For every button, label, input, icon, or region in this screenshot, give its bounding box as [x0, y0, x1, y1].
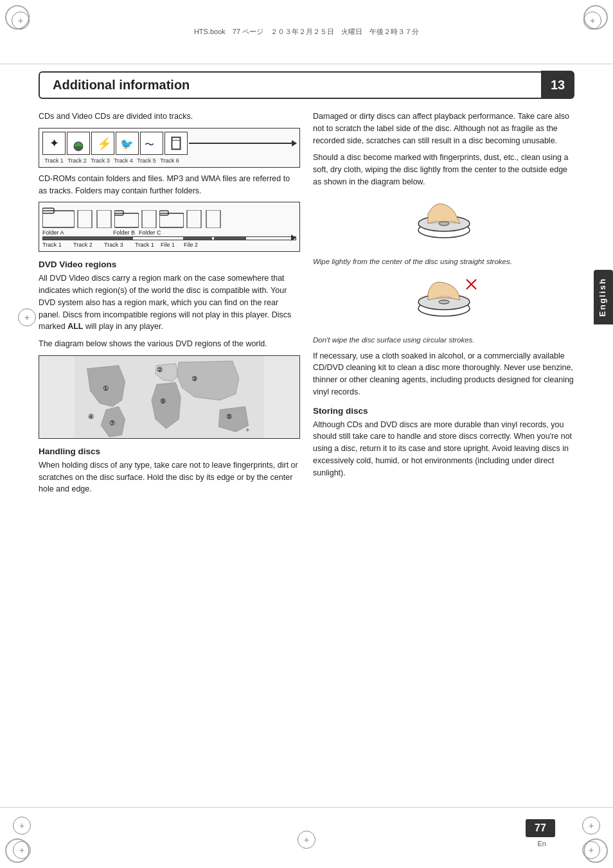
folders-diagram: Folder A Folder B Folder C Track 1 — [39, 202, 300, 252]
folder-c-label: Folder C — [139, 229, 164, 236]
dvd-regions-body: All DVD Video discs carry a region mark … — [39, 272, 300, 333]
cdrom-text: CD-ROMs contain folders and files. MP3 a… — [39, 173, 300, 197]
world-map: ① ② ③ ④ ⑤ ⑦ ⑤ ✈ — [39, 355, 300, 439]
svg-rect-16 — [206, 210, 220, 228]
track-icon-1: ✦ — [42, 132, 66, 155]
header-section: Additional information 13 — [39, 71, 574, 99]
page: HTS.book 77 ページ ２０３年２月２５日 火曜日 午後２時３７分 Ad… — [0, 0, 613, 868]
svg-rect-12 — [142, 210, 156, 228]
svg-point-33 — [439, 300, 449, 304]
ftl-3: Track 3 — [104, 242, 135, 248]
track-icon-6 — [164, 132, 188, 155]
svg-rect-15 — [187, 210, 201, 228]
seg-5 — [214, 237, 246, 240]
track-label-2: Track 2 — [66, 157, 89, 164]
svg-rect-9 — [97, 210, 111, 228]
track-label-3: Track 3 — [89, 157, 112, 164]
folder-b-label: Folder B — [113, 229, 139, 236]
left-reg-mark — [18, 308, 36, 326]
storing-discs-heading: Storing discs — [313, 406, 574, 416]
ftl-1: Track 1 — [42, 242, 73, 248]
bottom-center-reg — [298, 831, 315, 849]
caption1: Wipe lightly from the center of the disc… — [313, 256, 574, 267]
track-icon-4: 🐦 — [116, 132, 139, 155]
cleaning-text: If necessary, use a cloth soaked in alco… — [313, 350, 574, 398]
svg-text:⚡: ⚡ — [97, 136, 112, 150]
left-column: CDs and Video CDs are divided into track… — [39, 111, 300, 500]
track-labels: Track 1 Track 2 Track 3 Track 4 Track 5 … — [42, 157, 296, 164]
ftl-2: Track 2 — [73, 242, 104, 248]
dvd-regions-heading: DVD Video regions — [39, 260, 300, 269]
handling-discs-heading: Handling discs — [39, 447, 300, 456]
segment-bar — [42, 236, 296, 240]
file-info: HTS.book 77 ページ ２０３年２月２５日 火曜日 午後２時３７分 — [194, 27, 419, 37]
folder-space — [75, 229, 113, 236]
disc-clean-correct-svg — [409, 195, 479, 249]
track-label-1: Track 1 — [42, 157, 66, 164]
bottom-reg-tr — [582, 817, 600, 835]
page-title: Additional information — [39, 71, 541, 99]
chapter-number: 13 — [541, 71, 574, 99]
intro-text: CDs and Video CDs are divided into track… — [39, 111, 300, 123]
svg-text:③: ③ — [191, 375, 197, 382]
reg-mark-tr — [583, 12, 601, 30]
page-language-label: En — [538, 840, 546, 847]
left-reg-mark-inner — [18, 308, 36, 326]
folder-file-c2 — [204, 210, 222, 228]
ftl-4: Track 1 — [135, 242, 161, 248]
seg-6 — [246, 237, 296, 240]
svg-rect-8 — [78, 210, 92, 228]
caption2: Don't wipe the disc surface using circul… — [313, 335, 574, 345]
bottom-reg-br — [582, 841, 600, 859]
bottom-reg-bl — [13, 841, 31, 859]
folder-track-label-row: Track 1 Track 2 Track 3 Track 1 File 1 F… — [42, 242, 296, 248]
folder-icons-row — [42, 206, 296, 228]
track-label-4: Track 4 — [112, 157, 135, 164]
track-label-6: Track 6 — [158, 157, 181, 164]
svg-text:〜: 〜 — [145, 138, 154, 149]
ftl-6: File 2 — [184, 242, 207, 248]
dvd-map-caption: The diagram below shows the various DVD … — [39, 338, 300, 350]
svg-text:④: ④ — [88, 413, 94, 420]
svg-text:✈: ✈ — [245, 427, 250, 433]
folder-file-2 — [95, 210, 113, 228]
track-icon-5: 〜 — [140, 132, 163, 155]
content-area: CDs and Video CDs are divided into track… — [39, 111, 574, 500]
tracks-row: ✦ ⚡ 🐦 〜 — [42, 132, 296, 155]
folder-c-icon — [159, 209, 184, 228]
bottom-area: 77 En — [0, 807, 613, 868]
all-bold: ALL — [67, 322, 83, 331]
page-number: 77 — [535, 822, 546, 834]
disc-clean-wrong-svg — [409, 273, 479, 328]
svg-text:⑤: ⑤ — [160, 398, 166, 405]
folder-a-icon — [42, 206, 75, 228]
tracks-diagram: ✦ ⚡ 🐦 〜 — [39, 128, 300, 168]
track-label-5: Track 5 — [135, 157, 158, 164]
folder-b-icon — [114, 209, 139, 228]
folder-file-c1 — [185, 210, 203, 228]
fingerprint-text: Should a disc become marked with fingerp… — [313, 152, 574, 188]
folder-label-row: Folder A Folder B Folder C — [42, 229, 296, 236]
folder-a-label: Folder A — [42, 229, 75, 236]
seg-2 — [133, 237, 183, 240]
handling-discs-body: When holding discs of any type, take car… — [39, 459, 300, 495]
english-tab: English — [594, 270, 613, 324]
world-map-svg: ① ② ③ ④ ⑤ ⑦ ⑤ ✈ — [39, 356, 299, 438]
folder-file-b1 — [140, 210, 158, 228]
disc-clean-correct — [405, 193, 483, 251]
folder-file-1 — [76, 210, 94, 228]
reg-mark-tl — [12, 12, 30, 30]
svg-text:🐦: 🐦 — [120, 137, 134, 150]
svg-text:⑦: ⑦ — [109, 420, 115, 427]
track-icon-2 — [67, 132, 90, 155]
bottom-reg-tl — [13, 817, 31, 835]
disc-clean-wrong — [405, 272, 483, 330]
svg-text:①: ① — [103, 385, 109, 392]
track-arrow — [189, 143, 296, 144]
svg-rect-4 — [172, 137, 180, 149]
ftl-5: File 1 — [161, 242, 184, 248]
page-number-box: 77 — [526, 819, 555, 837]
svg-text:⑤: ⑤ — [226, 413, 232, 420]
right-column: Damaged or dirty discs can affect playba… — [313, 111, 574, 500]
top-bar: HTS.book 77 ページ ２０３年２月２５日 火曜日 午後２時３７分 — [0, 0, 613, 64]
